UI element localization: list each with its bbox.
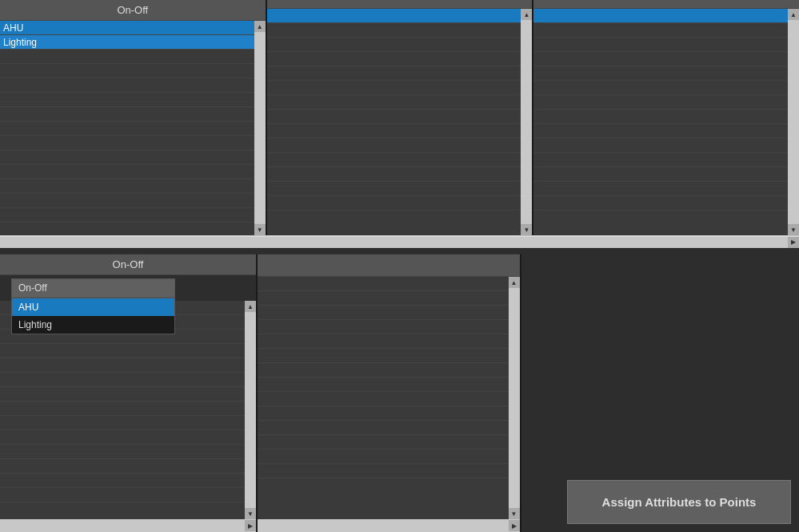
list-item[interactable] [267,9,521,23]
list-item [0,208,254,222]
bottom-left-panel: On-Off On-Off AHU Lighting [0,254,256,532]
list-item [533,23,788,38]
bottom-left-hscroll[interactable]: ▶ [0,519,256,532]
scroll-down-arrow[interactable]: ▼ [509,508,520,519]
section-divider [0,248,799,254]
top-col2-header [267,0,533,9]
list-item [267,167,521,182]
list-item [0,107,254,122]
scroll-down-arrow[interactable]: ▼ [245,508,256,519]
top-column-3: ▲ ▼ [533,0,799,235]
list-item [533,38,788,52]
list-item [533,182,788,196]
dropdown-value: On-Off [18,282,47,294]
list-item [267,38,521,52]
list-item [267,95,521,110]
top-col3-scrollbar[interactable]: ▲ ▼ [788,9,799,235]
list-item [0,179,254,194]
dropdown-container: On-Off AHU Lighting [11,278,175,298]
list-item [0,93,254,107]
bottom-columns: On-Off On-Off AHU Lighting [0,254,799,532]
top-col1-scrollbar[interactable]: ▲ ▼ [254,21,266,235]
list-item [0,50,254,64]
top-col2-list[interactable] [267,9,521,235]
bottom-hscroll-track[interactable] [258,520,509,531]
list-item [533,52,788,66]
list-item [533,196,788,210]
bottom-mid-header [258,254,520,277]
top-col1-list-wrapper: AHU Lighting [0,21,266,235]
scroll-up-arrow[interactable]: ▲ [254,21,266,32]
list-item [267,153,521,167]
bottom-left-header: On-Off [0,254,256,275]
list-item [267,196,521,210]
bottom-section: On-Off On-Off AHU Lighting [0,254,799,532]
list-item [533,95,788,110]
list-item [533,153,788,167]
list-item[interactable]: Lighting [0,35,254,50]
top-section: On-Off AHU Lighting [0,0,799,248]
scroll-track[interactable] [254,32,266,224]
scroll-down-arrow[interactable]: ▼ [788,224,799,235]
top-col1-header: On-Off [0,0,266,21]
bottom-mid-panel: ▲ ▼ ▶ [256,254,521,532]
scroll-track[interactable] [245,312,256,508]
list-item [533,167,788,182]
list-item[interactable] [533,9,788,23]
dropdown-menu: AHU Lighting [11,298,175,334]
top-col3-list-wrapper: ▲ ▼ [533,9,799,235]
hscroll-right-arrow[interactable]: ▶ [788,237,799,248]
list-item [533,66,788,81]
top-col2-list-wrapper: ▲ ▼ [267,9,533,235]
top-col2-scrollbar[interactable]: ▲ ▼ [521,9,532,235]
list-item [0,150,254,165]
bottom-mid-scrollbar[interactable]: ▲ ▼ [509,277,520,519]
dropdown-item-lighting[interactable]: Lighting [12,316,174,334]
scroll-up-arrow[interactable]: ▲ [245,301,256,312]
hscroll-track[interactable] [0,237,788,248]
list-item [0,136,254,150]
top-columns: On-Off AHU Lighting [0,0,799,235]
list-item [0,165,254,179]
list-item [267,182,521,196]
top-col1-list[interactable]: AHU Lighting [0,21,254,235]
list-item [0,194,254,208]
list-item [267,81,521,95]
list-item [533,124,788,138]
list-item [267,110,521,124]
bottom-hscroll-track[interactable] [0,520,245,531]
list-item [267,66,521,81]
top-hscroll[interactable]: ▶ [0,235,799,248]
bottom-mid-hscroll[interactable]: ▶ [258,519,520,532]
bottom-mid-list-wrapper: ▲ ▼ [258,277,520,519]
dropdown-trigger[interactable]: On-Off [11,278,175,298]
top-column-1: On-Off AHU Lighting [0,0,267,235]
assign-attributes-button[interactable]: Assign Attributes to Points [567,480,791,524]
scroll-track[interactable] [521,20,532,224]
scroll-down-arrow[interactable]: ▼ [521,224,532,235]
bottom-left-scrollbar[interactable]: ▲ ▼ [245,301,256,519]
dropdown-item-ahu[interactable]: AHU [12,298,174,316]
list-item [267,124,521,138]
top-col3-list[interactable] [533,9,788,235]
scroll-up-arrow[interactable]: ▲ [788,9,799,20]
list-item [533,81,788,95]
scroll-up-arrow[interactable]: ▲ [509,277,520,288]
top-column-2: ▲ ▼ [267,0,534,235]
list-item [267,52,521,66]
list-item [0,122,254,136]
scroll-track[interactable] [788,20,799,224]
bottom-right-panel: Assign Attributes to Points [521,254,800,532]
list-item [533,110,788,124]
bottom-hscroll-right-arrow[interactable]: ▶ [509,520,520,531]
list-item [0,78,254,93]
scroll-track[interactable] [509,288,520,508]
bottom-hscroll-arrow[interactable]: ▶ [245,520,256,531]
scroll-up-arrow[interactable]: ▲ [521,9,532,20]
list-item [267,23,521,38]
bottom-mid-list[interactable] [258,277,509,519]
list-item [267,138,521,153]
scroll-down-arrow[interactable]: ▼ [254,224,266,235]
list-item[interactable]: AHU [0,21,254,35]
main-container: On-Off AHU Lighting [0,0,799,532]
